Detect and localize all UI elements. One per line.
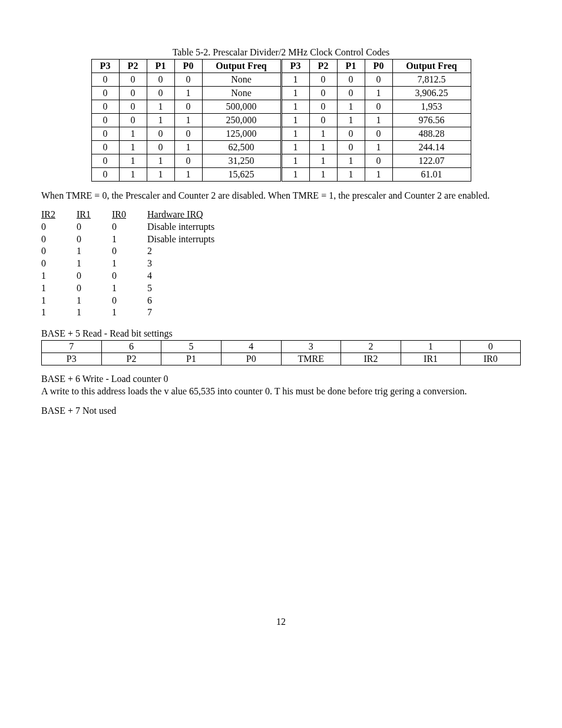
bit-num: 2: [341, 341, 401, 353]
irq-header: IR2: [41, 209, 77, 221]
col-header: P3: [91, 60, 119, 73]
cell: 0: [309, 73, 337, 87]
bit-num: 4: [221, 341, 281, 353]
cell: 0: [365, 127, 392, 141]
irq-cell: 0: [77, 233, 112, 246]
cell: 1,953: [392, 100, 471, 114]
col-header: P2: [309, 60, 337, 73]
table-caption: Table 5-2. Prescalar Divider/2 MHz Clock…: [41, 47, 521, 58]
irq-cell: 0: [41, 221, 77, 233]
irq-cell: 1: [41, 307, 77, 319]
bit-num: 7: [42, 341, 102, 353]
irq-cell: 4: [147, 270, 521, 282]
irq-cell: 1: [77, 245, 112, 258]
cell: 1: [281, 127, 309, 141]
cell: 0: [147, 127, 174, 141]
irq-cell: 0: [41, 245, 77, 258]
cell: 1: [119, 168, 147, 182]
cell: 62,500: [202, 141, 281, 154]
cell: 1: [337, 100, 365, 114]
cell: 0: [91, 114, 119, 127]
irq-cell: 1: [77, 295, 112, 307]
cell: 1: [281, 114, 309, 127]
cell: 0: [119, 87, 147, 100]
irq-cell: 2: [147, 245, 521, 258]
cell: 15,625: [202, 168, 281, 182]
cell: 0: [91, 73, 119, 87]
cell: 1: [119, 127, 147, 141]
irq-cell: 0: [77, 221, 112, 233]
cell: 1: [281, 73, 309, 87]
cell: 0: [174, 100, 202, 114]
cell: 3,906.25: [392, 87, 471, 100]
cell: 1: [281, 154, 309, 168]
cell: 0: [147, 87, 174, 100]
cell: 1: [365, 114, 392, 127]
cell: 0: [337, 73, 365, 87]
cell: 1: [281, 168, 309, 182]
cell: 122.07: [392, 154, 471, 168]
irq-cell: 1: [41, 295, 77, 307]
base6-heading: BASE + 6 Write - Load counter 0: [41, 374, 521, 384]
irq-table: IR2 IR1 IR0 Hardware IRQ 000Disable inte…: [41, 209, 521, 319]
bit-name: TMRE: [281, 353, 341, 365]
cell: 0: [91, 141, 119, 154]
cell: 0: [337, 141, 365, 154]
cell: 1: [281, 87, 309, 100]
prescalar-table: P3 P2 P1 P0 Output Freq P3 P2 P1 P0 Outp…: [91, 59, 471, 182]
bit-name: P3: [42, 353, 102, 365]
cell: 0: [365, 100, 392, 114]
bit-name: IR2: [341, 353, 401, 365]
col-header: Output Freq: [392, 60, 471, 73]
irq-cell: 0: [112, 295, 147, 307]
col-header: P1: [337, 60, 365, 73]
bit-name: P2: [101, 353, 161, 365]
cell: 0: [174, 73, 202, 87]
cell: 1: [174, 114, 202, 127]
cell: 1: [147, 154, 174, 168]
cell: 125,000: [202, 127, 281, 141]
bit-name: P1: [161, 353, 222, 365]
irq-cell: 0: [112, 245, 147, 258]
cell: 0: [309, 100, 337, 114]
cell: 1: [174, 168, 202, 182]
cell: 1: [174, 87, 202, 100]
bit-num: 5: [161, 341, 222, 353]
irq-header: IR1: [77, 209, 112, 221]
irq-header: Hardware IRQ: [147, 209, 521, 221]
cell: None: [202, 73, 281, 87]
col-header: P0: [365, 60, 392, 73]
cell: 1: [365, 141, 392, 154]
cell: 976.56: [392, 114, 471, 127]
cell: 0: [147, 73, 174, 87]
irq-cell: 1: [112, 307, 147, 319]
irq-cell: Disable interrupts: [147, 233, 521, 246]
bit-num: 1: [401, 341, 461, 353]
cell: 244.14: [392, 141, 471, 154]
cell: None: [202, 87, 281, 100]
irq-cell: 0: [112, 270, 147, 282]
bit-num: 3: [281, 341, 341, 353]
irq-cell: 0: [112, 221, 147, 233]
cell: 1: [337, 168, 365, 182]
cell: 0: [337, 87, 365, 100]
cell: 1: [147, 114, 174, 127]
cell: 0: [174, 154, 202, 168]
irq-cell: 1: [77, 307, 112, 319]
cell: 0: [309, 114, 337, 127]
cell: 0: [365, 154, 392, 168]
cell: 1: [119, 154, 147, 168]
cell: 1: [365, 168, 392, 182]
cell: 1: [309, 154, 337, 168]
cell: 1: [119, 141, 147, 154]
irq-cell: 5: [147, 282, 521, 295]
cell: 250,000: [202, 114, 281, 127]
cell: 0: [91, 100, 119, 114]
irq-cell: 0: [41, 258, 77, 270]
cell: 61.01: [392, 168, 471, 182]
cell: 0: [119, 114, 147, 127]
bit-name: P0: [221, 353, 281, 365]
cell: 1: [281, 141, 309, 154]
irq-cell: 0: [77, 282, 112, 295]
base6-paragraph: A write to this address loads the v alue…: [41, 386, 521, 397]
